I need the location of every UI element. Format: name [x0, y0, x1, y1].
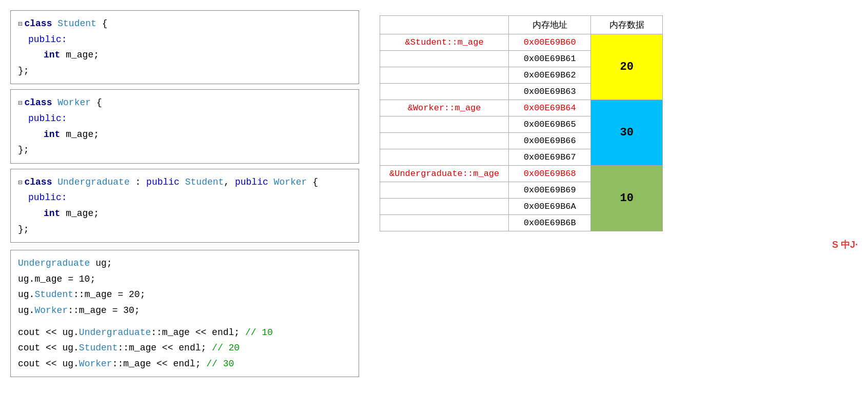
type-undergraduate: Undergraduate: [18, 255, 90, 271]
member-name: m_age;: [60, 47, 99, 63]
code-box-undergraduate: ⊟ class Undergraduate : public Student ,…: [10, 169, 359, 243]
brace-open: {: [96, 16, 108, 32]
scope-rest: ::m_age = 20;: [73, 287, 145, 303]
code-line-member: int m_age;: [18, 127, 351, 143]
keyword-public-2: public: [235, 174, 268, 190]
cout-end: ::m_age << endl;: [117, 340, 206, 356]
code-box-worker: ⊟ class Worker { public: int m_age; };: [10, 89, 359, 163]
class-name-student: Student: [57, 16, 96, 32]
table-row-student-0: &Student::m_age 0x00E69B60 20: [380, 34, 663, 51]
collapse-marker: ⊟: [18, 18, 22, 31]
code-line-public: public:: [18, 32, 351, 48]
label-empty: [380, 182, 509, 199]
code-line-close: };: [18, 63, 351, 79]
code-line-cout2: cout << ug. Student ::m_age << endl; // …: [18, 340, 351, 356]
label-empty: [380, 215, 509, 231]
addr-3: 0x00E69B63: [509, 84, 591, 100]
member-name: m_age;: [60, 206, 99, 222]
keyword-int: int: [44, 206, 60, 222]
addr-2: 0x00E69B62: [509, 67, 591, 84]
keyword-class: class: [24, 174, 52, 190]
keyword-public: public:: [28, 190, 67, 206]
label-empty: [380, 51, 509, 67]
data-undergrad: 10: [591, 166, 663, 231]
worker-scope: Worker: [34, 303, 68, 319]
member-name: m_age;: [60, 127, 99, 143]
label-empty: [380, 149, 509, 166]
student-scope2: Student: [79, 340, 118, 356]
data-worker: 30: [591, 100, 663, 166]
scope-rest: ::m_age = 30;: [68, 303, 140, 319]
label-undergrad-age: &Undergraduate::m_age: [380, 166, 509, 182]
label-student-age: &Student::m_age: [380, 34, 509, 51]
brace-close: };: [18, 222, 29, 238]
label-empty: [380, 133, 509, 149]
keyword-class: class: [24, 95, 52, 111]
student-scope: Student: [34, 287, 73, 303]
cout-text: cout << ug.: [18, 356, 79, 372]
code-line-assign1: ug.m_age = 10;: [18, 271, 351, 287]
addr-8: 0x00E69B68: [509, 166, 591, 182]
addr-6: 0x00E69B66: [509, 133, 591, 149]
code-line-public: public:: [18, 190, 351, 206]
addr-5: 0x00E69B65: [509, 116, 591, 133]
comment-10: // 10: [245, 325, 273, 341]
assign-ug: ug.m_age = 10;: [18, 271, 95, 287]
keyword-public: public:: [28, 111, 67, 127]
code-line-member: int m_age;: [18, 206, 351, 222]
addr-11: 0x00E69B6B: [509, 215, 591, 231]
memory-table: 内存地址 内存数据 &Student::m_age 0x00E69B60 20 …: [380, 15, 663, 231]
label-worker-age: &Worker::m_age: [380, 100, 509, 116]
addr-4: 0x00E69B64: [509, 100, 591, 116]
comment-20: // 20: [212, 340, 240, 356]
brace-open: {: [91, 95, 102, 111]
keyword-public-1: public: [146, 174, 180, 190]
keyword-class: class: [24, 16, 52, 32]
addr-7: 0x00E69B67: [509, 149, 591, 166]
logo-area: S 中J·: [380, 239, 858, 251]
collapse-marker: ⊟: [18, 97, 22, 110]
code-line-cout1: cout << ug. Undergraduate ::m_age << end…: [18, 325, 351, 341]
right-panel: 内存地址 内存数据 &Student::m_age 0x00E69B60 20 …: [380, 10, 858, 403]
cout-end: ::m_age << endl;: [151, 325, 240, 341]
code-box-student: ⊟ class Student { public: int m_age; };: [10, 10, 359, 84]
code-line-assign3: ug. Worker ::m_age = 30;: [18, 303, 351, 319]
code-line-member: int m_age;: [18, 47, 351, 63]
table-row-undergrad-0: &Undergraduate::m_age 0x00E69B68 10: [380, 166, 663, 182]
keyword-int: int: [44, 47, 60, 63]
cout-text: cout << ug.: [18, 325, 79, 341]
col-header-addr: 内存地址: [509, 16, 591, 34]
keyword-public: public:: [28, 32, 67, 48]
keyword-int: int: [44, 127, 60, 143]
addr-0: 0x00E69B60: [509, 34, 591, 51]
comma: ,: [224, 174, 235, 190]
code-line-undergrad-header: ⊟ class Undergraduate : public Student ,…: [18, 174, 351, 190]
var-decl: ug;: [90, 255, 112, 271]
data-student: 20: [591, 34, 663, 100]
label-empty: [380, 67, 509, 84]
addr-1: 0x00E69B61: [509, 51, 591, 67]
code-line-close: };: [18, 142, 351, 158]
label-empty: [380, 199, 509, 215]
code-line-cout3: cout << ug. Worker ::m_age << endl; // 3…: [18, 356, 351, 372]
inherit-text: :: [130, 174, 146, 190]
parent-class-worker: Worker: [274, 174, 307, 190]
addr-9: 0x00E69B69: [509, 182, 591, 199]
code-line-public: public:: [18, 111, 351, 127]
brace-close: };: [18, 63, 29, 79]
cout-text: cout << ug.: [18, 340, 79, 356]
class-name-undergrad: Undergraduate: [57, 174, 129, 190]
s-logo: S 中J·: [832, 239, 858, 251]
class-name-worker: Worker: [57, 95, 91, 111]
parent-class-student: Student: [185, 174, 224, 190]
left-panel: ⊟ class Student { public: int m_age; }; …: [10, 10, 359, 403]
ug-text: ug.: [18, 287, 34, 303]
col-header-label: [380, 16, 509, 34]
code-box-usage: Undergraduate ug; ug.m_age = 10; ug. Stu…: [10, 250, 359, 377]
brace-close: };: [18, 142, 29, 158]
undergrad-scope: Undergraduate: [79, 325, 151, 341]
table-row-worker-0: &Worker::m_age 0x00E69B64 30: [380, 100, 663, 116]
code-line: ⊟ class Student {: [18, 16, 351, 32]
addr-10: 0x00E69B6A: [509, 199, 591, 215]
code-line-worker-header: ⊟ class Worker {: [18, 95, 351, 111]
